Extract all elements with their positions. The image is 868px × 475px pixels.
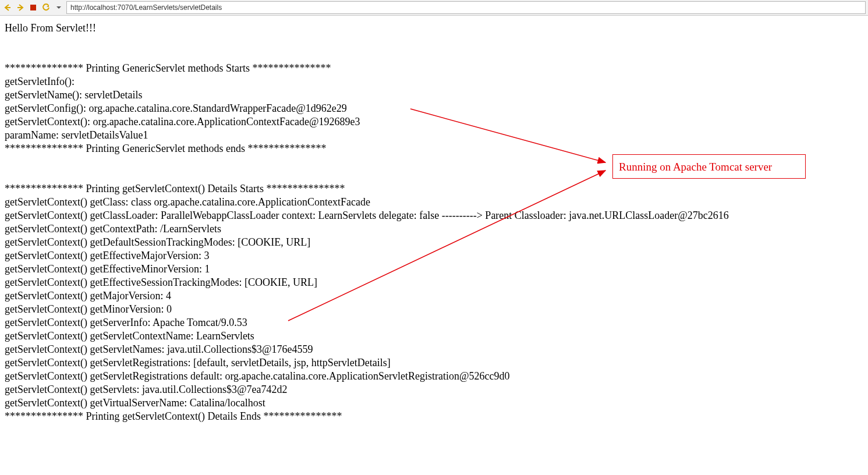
content-line: paramName: servletDetailsValue1 <box>5 129 863 142</box>
content-line: *************** Printing GenericServlet … <box>5 62 863 75</box>
content-line: getServletContext() getServlets: java.ut… <box>5 383 863 396</box>
content-line: getServletContext() getClassLoader: Para… <box>5 209 863 222</box>
arrow-left-icon <box>3 3 12 12</box>
svg-rect-0 <box>30 5 36 10</box>
content-line: getServletName(): servletDetails <box>5 88 863 102</box>
content-line: getServletContext() getMajorVersion: 4 <box>5 289 863 303</box>
page-content: Hello From Servlet!!! *************** Pr… <box>0 16 868 429</box>
back-button[interactable] <box>2 2 13 13</box>
content-line: getServletContext() getDefaultSessionTra… <box>5 236 863 249</box>
content-line: getServletContext() getEffectiveSessionT… <box>5 276 863 289</box>
content-line <box>5 48 863 62</box>
content-line: getServletConfig(): org.apache.catalina.… <box>5 102 863 115</box>
stop-icon <box>30 4 37 11</box>
annotation-text: Running on Apache Tomcat server <box>619 160 772 173</box>
content-line: getServletContext() getServletContextNam… <box>5 329 863 343</box>
content-line: getServletInfo(): <box>5 75 863 88</box>
content-line: getServletContext() getServletRegistrati… <box>5 356 863 370</box>
content-line: getServletContext() getEffectiveMajorVer… <box>5 249 863 263</box>
browser-toolbar <box>0 0 868 16</box>
content-line: getServletContext() getVirtualServerName… <box>5 396 863 410</box>
content-line: getServletContext() getClass: class org.… <box>5 196 863 209</box>
content-line: getServletContext() getEffectiveMinorVer… <box>5 263 863 276</box>
forward-button[interactable] <box>15 2 26 13</box>
content-line: getServletContext() getContextPath: /Lea… <box>5 222 863 236</box>
content-line: getServletContext() getServletNames: jav… <box>5 343 863 356</box>
dropdown-button[interactable] <box>54 2 64 13</box>
chevron-down-icon <box>56 5 61 10</box>
address-bar[interactable] <box>66 1 866 14</box>
annotation-callout: Running on Apache Tomcat server <box>612 154 806 179</box>
content-line: getServletContext() getMinorVersion: 0 <box>5 303 863 316</box>
arrow-right-icon <box>16 3 24 12</box>
refresh-button[interactable] <box>41 2 51 13</box>
stop-button[interactable] <box>28 2 38 13</box>
content-line: getServletContext(): org.apache.catalina… <box>5 115 863 129</box>
content-line: *************** Printing GenericServlet … <box>5 142 863 155</box>
refresh-icon <box>42 3 50 12</box>
content-line: getServletContext() getServerInfo: Apach… <box>5 316 863 329</box>
content-line: *************** Printing getServletConte… <box>5 410 863 423</box>
content-line: Hello From Servlet!!! <box>5 22 863 35</box>
content-line <box>5 35 863 48</box>
content-line: getServletContext() getServletRegistrati… <box>5 370 863 383</box>
content-line: *************** Printing getServletConte… <box>5 182 863 196</box>
